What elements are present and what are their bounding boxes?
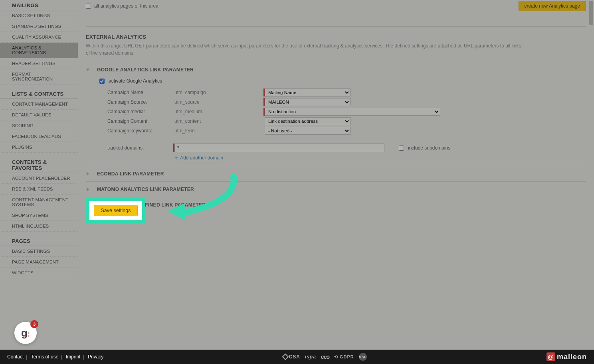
activate-ga-row[interactable]: activate Google Analytics	[99, 78, 586, 84]
user-defined-section: ACTIVATE USER-DEFINED LINK PARAMETER	[86, 197, 586, 212]
sidebar-item-contact-management[interactable]: CONTACT MANAGEMENT	[0, 99, 78, 110]
maileon-logo-icon: @	[546, 352, 555, 361]
matomo-section: MATOMO ANALYTICS LINK PARAMETER	[86, 182, 586, 197]
google-analytics-header[interactable]: GOOGLE ANALYTICS LINK PARAMETER	[86, 67, 586, 73]
sidebar-section-pages: PAGES	[0, 236, 78, 246]
footer: Contact| Terms of use| Imprint| Privacy …	[0, 350, 594, 364]
all-analytics-pages-checkbox-row[interactable]: all analytics pages of this area	[86, 3, 158, 9]
sidebar-item-account-placeholder[interactable]: ACCOUNT PLACEHOLDER	[0, 173, 78, 184]
chevron-down-icon	[86, 68, 90, 72]
sidebar-item-analytics-conversions[interactable]: ANALYTICS & CONVERSIONS	[0, 43, 78, 58]
include-subdomains-label: include subdomains	[408, 145, 450, 151]
help-bubble-badge: 3	[30, 320, 38, 328]
campaign-name-select[interactable]: Mailing Name	[265, 89, 350, 96]
campaign-keywords-select[interactable]: - Not used -	[265, 127, 350, 135]
campaign-media-select[interactable]: No distinction	[265, 108, 440, 116]
google-analytics-section: GOOGLE ANALYTICS LINK PARAMETER activate…	[86, 62, 586, 166]
sidebar-item-header-settings[interactable]: HEADER SETTINGS	[0, 58, 78, 69]
campaign-content-key: utm_content	[174, 118, 265, 124]
sidebar-item-page-management[interactable]: PAGE MANAGEMENT	[0, 257, 78, 268]
help-bubble[interactable]: g: 3	[14, 322, 37, 344]
campaign-content-select[interactable]: Link destination address	[265, 117, 350, 125]
sidebar-item-rss-xml[interactable]: RSS & XML FEEDS	[0, 184, 78, 195]
footer-link-terms[interactable]: Terms of use	[31, 354, 59, 360]
all-analytics-pages-label: all analytics pages of this area	[94, 3, 158, 9]
sidebar-item-cms[interactable]: CONTENT MANAGEMENT SYSTEMS	[0, 195, 78, 210]
campaign-keywords-label: Campaign keywords:	[107, 128, 174, 134]
scrollbar[interactable]	[588, 0, 594, 350]
create-analytics-page-button[interactable]: create new Analytics page	[519, 1, 586, 11]
econda-header-label: ECONDA LINK PARAMETER	[97, 171, 164, 177]
external-analytics-title: EXTERNAL ANALYTICS	[86, 26, 586, 40]
footer-brand: @ maileon	[546, 352, 587, 361]
sidebar-section-mailings: MAILINGS	[0, 0, 78, 10]
campaign-content-label: Campaign Content:	[107, 118, 174, 124]
campaign-media-key: utm_medium	[174, 109, 265, 114]
help-bubble-icon: g:	[21, 327, 30, 339]
sidebar: MAILINGS BASIC SETTINGS STANDARD SETTING…	[0, 0, 78, 364]
add-another-domain-link[interactable]: Add another domain	[180, 155, 223, 161]
user-defined-header[interactable]: ACTIVATE USER-DEFINED LINK PARAMETER	[86, 202, 586, 208]
ssl-badge: SSL	[359, 353, 367, 361]
sidebar-item-pages-basic[interactable]: BASIC SETTINGS	[0, 246, 78, 257]
csa-badge: CSA	[283, 354, 300, 360]
campaign-media-label: Campaign media:	[107, 109, 174, 114]
ispa-badge: ispa	[305, 354, 316, 360]
include-subdomains-checkbox[interactable]	[399, 146, 404, 151]
eco-badge: eco	[321, 354, 329, 360]
chevron-right-icon	[86, 187, 90, 191]
external-analytics-desc: Within this range, URL GET parameters ca…	[86, 42, 525, 57]
sidebar-item-default-values[interactable]: DEFAULT VALUES	[0, 110, 78, 120]
ga-params-table: Campaign Name: utm_campaign Mailing Name…	[107, 88, 586, 161]
footer-badges: CSA ispa eco ⟲ GDPR SSL	[283, 353, 366, 361]
footer-links: Contact| Terms of use| Imprint| Privacy	[7, 354, 103, 360]
activate-ga-checkbox[interactable]	[99, 79, 105, 84]
main-content: all analytics pages of this area create …	[78, 0, 594, 364]
tracked-domains-label: tracked domains:	[107, 145, 174, 151]
sidebar-item-plugins[interactable]: PLUGINS	[0, 142, 78, 153]
scrollbar-thumb[interactable]	[589, 1, 593, 25]
campaign-name-key: utm_campaign	[174, 90, 265, 95]
campaign-source-select[interactable]: MAILEON	[265, 98, 350, 106]
sidebar-item-html-includes[interactable]: HTML INCLUDES	[0, 221, 78, 232]
sidebar-item-facebook-lead-ads[interactable]: FACEBOOK LEAD ADS	[0, 131, 78, 142]
plus-icon: +	[174, 155, 178, 161]
matomo-header[interactable]: MATOMO ANALYTICS LINK PARAMETER	[86, 187, 586, 192]
sidebar-item-quality-assurance[interactable]: QUALITY ASSURANCE	[0, 32, 78, 43]
sidebar-section-lists: LISTS & CONTACTS	[0, 89, 78, 99]
campaign-keywords-key: utm_term	[174, 128, 265, 134]
save-settings-button[interactable]: Save settings	[94, 205, 137, 216]
google-analytics-header-label: GOOGLE ANALYTICS LINK PARAMETER	[97, 67, 194, 73]
sidebar-item-format-sync[interactable]: FORMAT SYNCRONIZATION	[0, 69, 78, 85]
sidebar-item-shop-systems[interactable]: SHOP SYSTEMS	[0, 210, 78, 221]
sidebar-item-basic-settings[interactable]: BASIC SETTINGS	[0, 10, 78, 21]
sidebar-item-scoring[interactable]: SCORING	[0, 120, 78, 131]
gdpr-badge: ⟲ GDPR	[334, 354, 354, 360]
activate-ga-label: activate Google Analytics	[109, 78, 162, 84]
chevron-right-icon	[86, 172, 90, 176]
footer-link-contact[interactable]: Contact	[7, 354, 24, 360]
tracked-domains-input[interactable]	[174, 144, 384, 152]
campaign-source-label: Campaign Source:	[107, 99, 174, 105]
include-subdomains-row[interactable]: include subdomains	[399, 145, 450, 151]
sidebar-item-standard-settings[interactable]: STANDARD SETTINGS	[0, 21, 78, 32]
save-settings-highlight: Save settings	[86, 198, 145, 223]
matomo-header-label: MATOMO ANALYTICS LINK PARAMETER	[97, 187, 194, 192]
econda-section: ECONDA LINK PARAMETER	[86, 166, 586, 182]
econda-header[interactable]: ECONDA LINK PARAMETER	[86, 171, 586, 177]
sidebar-item-widgets[interactable]: WIDGETS	[0, 268, 78, 278]
campaign-source-key: utm_source	[174, 99, 265, 105]
maileon-brand-text: maileon	[557, 353, 587, 361]
sidebar-section-contents: CONTENTS & FAVORITES	[0, 157, 78, 173]
campaign-name-label: Campaign Name:	[107, 90, 174, 95]
footer-link-privacy[interactable]: Privacy	[88, 354, 103, 360]
all-analytics-pages-checkbox[interactable]	[86, 4, 91, 9]
footer-link-imprint[interactable]: Imprint	[66, 354, 81, 360]
